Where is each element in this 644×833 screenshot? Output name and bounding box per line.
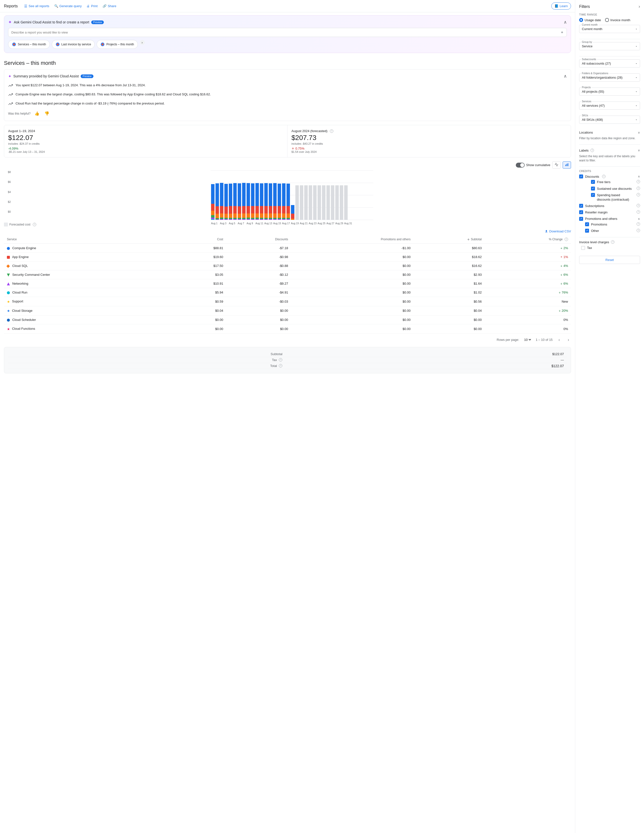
svg-text:Aug 9: Aug 9	[246, 222, 253, 225]
svg-text:Aug 25: Aug 25	[317, 222, 325, 225]
bar-aug3[interactable]	[220, 183, 224, 220]
svg-rect-85	[278, 206, 281, 214]
svg-rect-112	[340, 185, 343, 220]
svg-rect-8	[211, 184, 214, 206]
collapse-summary-button[interactable]: ∧	[564, 74, 567, 79]
page-range: 1 – 10 of 15	[536, 338, 553, 342]
free-tiers-checkbox[interactable]	[591, 180, 595, 184]
svg-rect-49	[246, 183, 250, 206]
line-chart-icon	[554, 162, 559, 167]
share-button[interactable]: 🔗 Share	[100, 3, 119, 10]
discounts-checkbox[interactable]	[579, 174, 583, 178]
bar-aug18[interactable]	[287, 183, 290, 220]
invoice-month-radio[interactable]: Invoice month	[605, 18, 630, 22]
download-csv-button[interactable]: Download CSV	[545, 230, 571, 233]
report-chips: Services – this month Last invoice by se…	[8, 40, 567, 49]
svg-rect-21	[220, 214, 224, 218]
svg-rect-18	[216, 219, 219, 220]
bar-aug1[interactable]	[211, 184, 214, 220]
bar-aug5[interactable]	[229, 183, 232, 220]
bar-aug7[interactable]	[238, 183, 241, 220]
bar-aug8[interactable]	[242, 183, 246, 220]
svg-rect-83	[273, 219, 277, 220]
other-checkbox[interactable]	[585, 229, 589, 233]
chip-services-this-month[interactable]: Services – this month	[8, 40, 50, 49]
bar-aug19[interactable]	[291, 205, 295, 220]
learn-button[interactable]: 📘 Learn	[551, 2, 571, 10]
print-button[interactable]: 🖨 Print	[84, 3, 100, 10]
toggle-knob	[520, 163, 524, 167]
svg-rect-65	[260, 206, 263, 214]
promotions-others-header[interactable]: Promotions and others ∧	[579, 217, 640, 221]
bar-aug17[interactable]	[282, 183, 285, 220]
cumulative-toggle-container[interactable]: Show cumulative	[516, 162, 550, 167]
subscriptions-checkbox[interactable]	[579, 204, 583, 208]
svg-text:Aug 13: Aug 13	[264, 222, 272, 225]
svg-rect-94	[287, 183, 290, 206]
labels-header[interactable]: Labels ? ∨	[579, 148, 640, 153]
rows-per-page-select[interactable]: 10 25 50	[523, 338, 532, 342]
filters-sidebar: Filters › Time range Usage date Invoice …	[575, 0, 644, 833]
see-all-reports-button[interactable]: ☰ See all reports	[22, 3, 52, 10]
svg-rect-103	[300, 185, 303, 220]
bar-aug6[interactable]	[233, 183, 237, 220]
sort-icon	[467, 238, 470, 241]
svg-rect-113	[344, 185, 348, 220]
reseller-margin-checkbox[interactable]	[579, 210, 583, 214]
line-chart-button[interactable]	[552, 161, 561, 169]
thumbs-up-button[interactable]: 👍	[34, 110, 40, 117]
trend-icon-2	[8, 92, 13, 97]
bar-aug13[interactable]	[264, 183, 268, 220]
chips-next-arrow[interactable]: ›	[140, 40, 145, 45]
locations-header[interactable]: Locations ∨	[579, 130, 640, 135]
bar-chart-button[interactable]	[563, 161, 571, 169]
thumbs-down-button[interactable]: 👎	[43, 110, 50, 117]
svg-rect-101	[291, 219, 295, 220]
svg-rect-67	[260, 218, 263, 219]
bar-aug4[interactable]	[224, 184, 228, 220]
collapse-gemini-button[interactable]: ∧	[564, 19, 567, 25]
prev-page-button[interactable]: ‹	[557, 337, 562, 343]
gemini-search-input[interactable]	[11, 31, 560, 34]
invoice-level-section: Invoice level charges ? Tax	[579, 240, 640, 250]
table-row: Networking $10.91 -$9.27 $0.00 $1.64 6%	[4, 279, 571, 288]
sparkle-icon: ✦	[8, 74, 11, 79]
svg-text:Aug 29: Aug 29	[335, 222, 343, 225]
chip-last-invoice[interactable]: Last invoice by service	[52, 40, 95, 49]
down-arrow-storage	[559, 310, 561, 312]
bar-aug15[interactable]	[273, 183, 277, 220]
generate-query-button[interactable]: 🔍 Generate query	[52, 3, 84, 10]
col-header-cost: Cost	[172, 235, 226, 244]
toggle-switch[interactable]	[516, 162, 525, 167]
down-arrow-cloudrun	[559, 291, 561, 294]
bar-aug14[interactable]	[269, 183, 272, 220]
promotions-checkbox[interactable]	[585, 222, 589, 226]
bar-aug11[interactable]	[256, 183, 259, 220]
info-icon-invoice-level: ?	[611, 240, 614, 244]
usage-date-radio[interactable]: Usage date	[579, 18, 601, 22]
sustained-use-checkbox[interactable]	[591, 187, 595, 190]
spending-based-checkbox[interactable]	[591, 193, 595, 197]
svg-text:Aug 17: Aug 17	[282, 222, 290, 225]
svg-rect-38	[233, 219, 237, 220]
cumulative-label: Show cumulative	[526, 163, 550, 167]
promotions-others-checkbox[interactable]	[579, 217, 583, 221]
bar-aug12[interactable]	[260, 183, 263, 220]
bar-aug2[interactable]	[216, 183, 219, 220]
summary-preview-badge: Preview	[80, 74, 93, 78]
tax-checkbox[interactable]	[581, 246, 585, 250]
bar-aug16[interactable]	[278, 183, 281, 220]
chip-projects-this-month[interactable]: Projects – this month	[97, 40, 138, 49]
bar-aug9[interactable]	[246, 183, 250, 220]
info-icon-discounts: ?	[602, 175, 605, 178]
col-header-service: Service	[4, 235, 172, 244]
down-arrow-cloudsql	[560, 265, 563, 267]
svg-rect-61	[256, 214, 259, 218]
svg-rect-34	[233, 183, 237, 206]
discounts-collapsible-header[interactable]: Discounts ? ∧	[579, 174, 640, 178]
collapse-filters-button[interactable]: ›	[639, 4, 640, 9]
reset-filters-button[interactable]: Reset	[579, 256, 640, 264]
svg-rect-98	[287, 219, 290, 220]
bar-aug10[interactable]	[251, 183, 254, 220]
next-page-button[interactable]: ›	[566, 337, 571, 343]
